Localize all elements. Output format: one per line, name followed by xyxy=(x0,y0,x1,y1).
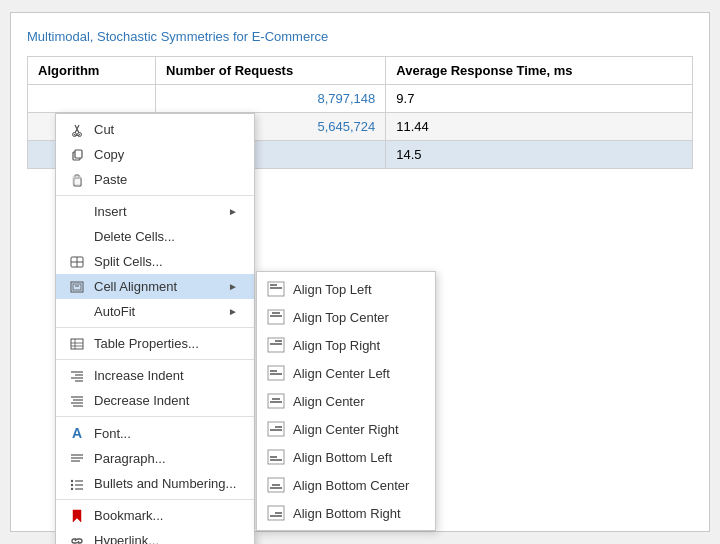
menu-item-delete-cells[interactable]: Delete Cells... xyxy=(56,224,254,249)
menu-item-hyperlink[interactable]: Hyperlink... xyxy=(56,528,254,544)
menu-label-cell-alignment: Cell Alignment xyxy=(94,279,220,294)
menu-label-decrease-indent: Decrease Indent xyxy=(94,393,238,408)
increase-indent-icon xyxy=(66,370,88,382)
menu-label-insert: Insert xyxy=(94,204,220,219)
menu-item-table-properties[interactable]: Table Properties... xyxy=(56,331,254,356)
align-bottom-center-icon xyxy=(265,476,287,494)
hyperlink-icon xyxy=(66,535,88,545)
menu-item-cell-alignment[interactable]: Cell Alignment ► Align Top Left Align To… xyxy=(56,274,254,299)
submenu-label-align-center-left: Align Center Left xyxy=(293,366,421,381)
submenu-item-align-center-right[interactable]: Align Center Right xyxy=(257,415,435,443)
document-title: Multimodal, Stochastic Symmetries for E-… xyxy=(27,29,693,44)
submenu-label-align-top-left: Align Top Left xyxy=(293,282,421,297)
bullets-icon xyxy=(66,478,88,490)
menu-label-paste: Paste xyxy=(94,172,238,187)
paste-icon xyxy=(66,173,88,187)
cell-resp-1: 9.7 xyxy=(386,85,693,113)
submenu-item-align-center-left[interactable]: Align Center Left xyxy=(257,359,435,387)
svg-rect-3 xyxy=(75,150,82,158)
menu-label-increase-indent: Increase Indent xyxy=(94,368,238,383)
context-menu: Cut Copy Paste Insert ► Delete Cells... xyxy=(55,113,255,544)
align-center-icon xyxy=(265,392,287,410)
svg-rect-6 xyxy=(73,176,81,185)
submenu-arrow: ► xyxy=(228,206,238,217)
menu-item-copy[interactable]: Copy xyxy=(56,142,254,167)
svg-rect-11 xyxy=(73,284,81,290)
menu-item-bookmark[interactable]: Bookmark... xyxy=(56,503,254,528)
menu-item-paragraph[interactable]: Paragraph... xyxy=(56,446,254,471)
submenu-label-align-top-center: Align Top Center xyxy=(293,310,421,325)
menu-item-font[interactable]: A Font... xyxy=(56,420,254,446)
submenu-item-align-bottom-right[interactable]: Align Bottom Right xyxy=(257,499,435,527)
submenu-label-align-center-right: Align Center Right xyxy=(293,422,421,437)
svg-rect-19 xyxy=(268,338,284,352)
svg-point-59 xyxy=(71,487,73,489)
menu-label-bullets: Bullets and Numbering... xyxy=(94,476,238,491)
cell-algo-1 xyxy=(28,85,156,113)
cell-alignment-submenu-arrow: ► xyxy=(228,281,238,292)
menu-label-delete-cells: Delete Cells... xyxy=(94,229,238,244)
svg-rect-13 xyxy=(268,282,284,296)
separator-4 xyxy=(56,416,254,417)
menu-item-increase-indent[interactable]: Increase Indent xyxy=(56,363,254,388)
align-top-center-icon xyxy=(265,308,287,326)
svg-rect-28 xyxy=(268,422,284,436)
svg-rect-16 xyxy=(268,310,284,324)
menu-item-split-cells[interactable]: Split Cells... xyxy=(56,249,254,274)
align-center-right-icon xyxy=(265,420,287,438)
main-container: Multimodal, Stochastic Symmetries for E-… xyxy=(10,12,710,532)
align-top-left-icon xyxy=(265,280,287,298)
separator xyxy=(56,195,254,196)
menu-item-decrease-indent[interactable]: Decrease Indent xyxy=(56,388,254,413)
submenu-item-align-bottom-center[interactable]: Align Bottom Center xyxy=(257,471,435,499)
cell-resp-3: 14.5 xyxy=(386,141,693,169)
align-top-right-icon xyxy=(265,336,287,354)
submenu-label-align-center: Align Center xyxy=(293,394,421,409)
separator-5 xyxy=(56,499,254,500)
svg-point-55 xyxy=(71,479,73,481)
submenu-item-align-top-right[interactable]: Align Top Right xyxy=(257,331,435,359)
menu-item-paste[interactable]: Paste xyxy=(56,167,254,192)
cell-resp-2: 11.44 xyxy=(386,113,693,141)
submenu-item-align-bottom-left[interactable]: Align Bottom Left xyxy=(257,443,435,471)
cell-alignment-icon xyxy=(66,281,88,293)
menu-item-insert[interactable]: Insert ► xyxy=(56,199,254,224)
menu-label-hyperlink: Hyperlink... xyxy=(94,533,238,544)
col-header-algorithm: Algorithm xyxy=(28,57,156,85)
paragraph-icon xyxy=(66,453,88,465)
table-row: 8,797,148 9.7 xyxy=(28,85,693,113)
col-header-response: Average Response Time, ms xyxy=(386,57,693,85)
submenu-label-align-bottom-right: Align Bottom Right xyxy=(293,506,421,521)
submenu-item-align-top-left[interactable]: Align Top Left xyxy=(257,275,435,303)
copy-icon xyxy=(66,148,88,162)
svg-rect-22 xyxy=(268,366,284,380)
submenu-label-align-bottom-left: Align Bottom Left xyxy=(293,450,421,465)
menu-item-cut[interactable]: Cut xyxy=(56,117,254,142)
split-cells-icon xyxy=(66,255,88,269)
decrease-indent-icon xyxy=(66,395,88,407)
menu-label-font: Font... xyxy=(94,426,238,441)
menu-label-autofit: AutoFit xyxy=(94,304,220,319)
menu-label-copy: Copy xyxy=(94,147,238,162)
table-properties-icon xyxy=(66,338,88,350)
autofit-submenu-arrow: ► xyxy=(228,306,238,317)
submenu-label-align-bottom-center: Align Bottom Center xyxy=(293,478,421,493)
submenu-item-align-center[interactable]: Align Center xyxy=(257,387,435,415)
cell-req-1: 8,797,148 xyxy=(156,85,386,113)
bookmark-icon xyxy=(66,509,88,523)
align-center-left-icon xyxy=(265,364,287,382)
menu-label-table-properties: Table Properties... xyxy=(94,336,238,351)
align-bottom-right-icon xyxy=(265,504,287,522)
menu-item-autofit[interactable]: AutoFit ► xyxy=(56,299,254,324)
submenu-item-align-top-center[interactable]: Align Top Center xyxy=(257,303,435,331)
svg-rect-25 xyxy=(268,394,284,408)
menu-label-cut: Cut xyxy=(94,122,238,137)
separator-2 xyxy=(56,327,254,328)
menu-item-bullets[interactable]: Bullets and Numbering... xyxy=(56,471,254,496)
submenu-label-align-top-right: Align Top Right xyxy=(293,338,421,353)
separator-3 xyxy=(56,359,254,360)
menu-label-bookmark: Bookmark... xyxy=(94,508,238,523)
menu-label-paragraph: Paragraph... xyxy=(94,451,238,466)
align-bottom-left-icon xyxy=(265,448,287,466)
menu-label-split-cells: Split Cells... xyxy=(94,254,238,269)
